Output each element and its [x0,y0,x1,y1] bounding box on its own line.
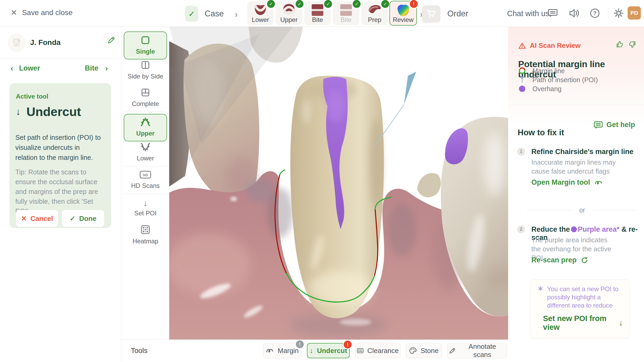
step-tile-bite-1[interactable]: ✓ Bite [304,1,331,25]
get-help-button[interactable]: Get help [594,121,635,129]
cart-icon [426,9,436,19]
heatmap-icon [141,225,150,234]
annotate-scans-button[interactable]: Annotate scans [447,343,507,358]
lower-arch-icon [140,142,151,151]
view-hd-scans-button[interactable]: HD HD Scans [124,170,167,189]
legend-poi: Path of insertion (POI) [518,76,598,84]
warning-icon [518,42,526,49]
step-1-body: Inaccurate margin lines may cause false … [531,158,619,176]
prep-scan-thumbnail [367,3,382,18]
margin-squiggle-icon [266,347,274,354]
view-lower-button[interactable]: Lower [124,142,167,162]
nav-next-bite[interactable]: Bite › [85,64,108,73]
save-and-close-label: Save and close [22,8,72,17]
thumbs-down-button[interactable] [628,40,636,49]
case-status-chip: ✓ [185,6,198,22]
nav-prev-lower[interactable]: ‹ Lower [11,64,40,73]
margin-tool-button[interactable]: Margin ! [263,343,302,358]
step-tile-bite-2[interactable]: ✓ Bite [333,1,359,25]
top-bar: ✕ Save and close ✓ Case › ✓ Lower ✓ Uppe… [0,0,644,27]
clearance-tool-button[interactable]: Clearance [355,343,401,358]
complete-view-icon [141,88,150,97]
edit-patient-button[interactable] [104,34,118,47]
chat-bubble-icon[interactable] [548,8,558,19]
cancel-button[interactable]: ✕ Cancel [16,210,58,227]
view-divider [124,166,167,166]
step-done-badge: ✓ [380,0,390,9]
done-button[interactable]: ✓ Done [62,210,104,227]
chevron-right-icon: › [105,64,108,73]
bite-thumbnail [310,3,325,18]
check-icon: ✓ [188,9,195,18]
order-cart-tile[interactable] [422,5,440,23]
view-divider [124,194,167,194]
bite-thumbnail [339,3,353,18]
view-set-poi-button[interactable]: ↓ Set POI [124,198,167,217]
new-poi-note-card: ∗ You can set a new POI to possibly high… [531,279,629,339]
lower-jaw-thumbnail [253,3,268,18]
close-icon: ✕ [21,215,27,223]
left-sidebar: J. Fonda ‹ Lower Bite › Active tool ↓ Un… [0,27,121,362]
margin-alert-badge: ! [295,340,305,349]
save-and-close-button[interactable]: ✕ Save and close [11,8,73,17]
margin-line-legend-icon [518,67,526,75]
step-alert-badge: ! [409,0,418,9]
undercut-tool-button[interactable]: ↓ Undercut ! [307,343,350,358]
overhang-legend-icon [518,85,526,93]
step-1-title: Refine Chairside's margin line [531,148,633,156]
step-label: Review [390,16,416,24]
user-avatar[interactable]: PD [628,6,641,20]
close-icon: ✕ [11,8,17,17]
step-done-badge: ✓ [323,0,333,9]
view-single-button[interactable]: Single [124,31,167,59]
ai-scan-review-badge: AI Scan Review [518,41,581,50]
check-icon: ✓ [70,215,76,223]
step-tile-lower[interactable]: ✓ Lower [247,1,274,25]
side-by-side-icon [141,61,150,69]
svg-text:HD: HD [143,173,148,177]
speaker-icon[interactable] [569,8,580,20]
step-done-badge: ✓ [295,0,304,9]
help-icon[interactable]: ? [590,8,600,20]
clearance-grid-icon [357,347,364,354]
set-new-poi-button[interactable]: Set new POI from view ↓ [543,314,623,332]
view-complete-button[interactable]: Complete [124,88,167,108]
purple-dot-icon [571,226,577,232]
annotate-pen-icon [449,347,456,354]
active-tool-card: Active tool ↓ Undercut Set path of inser… [10,83,111,228]
refresh-icon [581,257,588,264]
undercut-alert-badge: ! [343,340,352,349]
view-heatmap-button[interactable]: Heatmap [124,225,167,245]
note-text: ∗ You can set a new POI to possibly high… [537,285,623,309]
scan-nav-row: ‹ Lower Bite › [0,59,121,77]
gear-icon[interactable] [613,8,624,20]
asterisk-icon: ∗ [537,285,543,309]
step-label: Upper [276,16,302,24]
view-upper-button[interactable]: Upper [124,114,167,141]
stone-tool-button[interactable]: Stone [406,343,442,358]
chat-with-us-link[interactable]: Chat with us [507,9,549,18]
active-tool-eyebrow: Active tool [16,93,48,100]
tooth-icon [11,38,22,48]
topbar-divider [608,7,608,19]
poi-legend-icon [518,76,526,84]
legend-overhang: Overhang [518,85,562,93]
rescan-prep-link[interactable]: Re-scan prep [531,256,588,264]
step-tile-upper[interactable]: ✓ Upper [276,1,302,25]
thumbs-up-button[interactable] [616,40,624,49]
view-side-by-side-button[interactable]: Side by Side [124,61,167,80]
step-tile-prep[interactable]: ✓ Prep [361,1,388,25]
panel-divider [508,105,644,105]
active-tool-tip: Tip: Rotate the scans to ensure the occl… [15,167,103,216]
hd-scans-icon: HD [139,170,151,179]
step-label: Lower [247,16,274,24]
patient-name: J. Fonda [30,38,61,47]
upper-arch-icon [140,118,151,127]
open-margin-tool-link[interactable]: Open Margin tool [531,178,603,187]
scan-3d-viewport[interactable] [169,27,508,340]
margin-squiggle-icon [594,179,603,186]
undercut-arrow-icon: ↓ [16,106,21,117]
step-2-number: 2 [517,225,525,233]
active-tool-description: Set path of insertion (POI) to visualize… [15,132,103,163]
step-tile-review[interactable]: ! Review [389,1,417,26]
